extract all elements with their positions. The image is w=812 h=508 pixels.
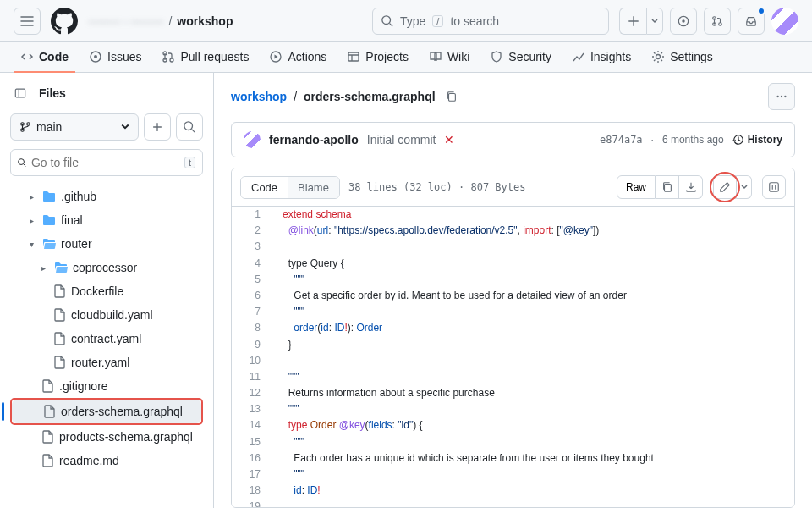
tree-folder[interactable]: ▸.github — [10, 185, 203, 208]
line-number: 6 — [232, 288, 274, 304]
tab-wiki[interactable]: Wiki — [422, 42, 476, 73]
tab-projects[interactable]: Projects — [340, 42, 415, 73]
code-line[interactable]: 13 """ — [232, 401, 794, 417]
copy-raw-button[interactable] — [656, 175, 679, 199]
path-filename: orders-schema.graphql — [304, 90, 436, 103]
code-tab[interactable]: Code — [241, 177, 288, 198]
commit-author-link[interactable]: fernando-apollo — [269, 133, 359, 146]
shield-icon — [490, 50, 503, 64]
code-line[interactable]: 15 """ — [232, 434, 794, 450]
code-line[interactable]: 6 Get a specific order by id. Meant to b… — [232, 288, 794, 304]
raw-button[interactable]: Raw — [617, 175, 656, 199]
code-line[interactable]: 8 order(id: ID!): Order — [232, 320, 794, 336]
tree-file[interactable]: contract.yaml — [10, 327, 203, 351]
code-blame-switch: Code Blame — [240, 176, 340, 199]
tab-actions[interactable]: Actions — [262, 42, 333, 73]
code-icon — [20, 50, 34, 64]
symbols-button[interactable] — [762, 175, 786, 199]
code-line[interactable]: 3 — [232, 239, 794, 255]
svg-point-9 — [776, 96, 778, 97]
tree-file[interactable]: readme.md — [10, 449, 203, 472]
tree-file[interactable]: .gitignore — [10, 374, 203, 398]
more-options-button[interactable] — [768, 83, 795, 110]
pr-icon — [162, 50, 175, 64]
tree-file[interactable]: Dockerfile — [10, 279, 203, 303]
search-files-button[interactable] — [176, 113, 203, 141]
code-line[interactable]: 12 Returns information about a specific … — [232, 385, 794, 401]
code-line[interactable]: 16 Each order has a unique id which is s… — [232, 450, 794, 467]
line-number: 12 — [232, 385, 274, 401]
issues-button[interactable] — [670, 8, 697, 35]
line-number: 11 — [232, 369, 274, 385]
tab-code[interactable]: Code — [14, 42, 75, 73]
code-line[interactable]: 19 — [232, 499, 794, 507]
user-avatar[interactable] — [771, 8, 798, 35]
svg-rect-13 — [770, 183, 779, 192]
edit-file-button[interactable] — [713, 175, 737, 199]
code-line[interactable]: 17 """ — [232, 467, 794, 483]
plus-icon — [628, 15, 639, 27]
commit-message[interactable]: Initial commit — [367, 133, 436, 146]
line-number: 10 — [232, 353, 274, 369]
tree-folder[interactable]: ▸final — [10, 208, 203, 232]
file-icon — [42, 430, 54, 444]
branch-selector[interactable]: main — [10, 113, 139, 141]
code-line[interactable]: 1extend schema — [232, 207, 794, 223]
code-view[interactable]: 1extend schema2 @link(url: "https://spec… — [232, 207, 794, 507]
tab-pull-requests[interactable]: Pull requests — [155, 42, 255, 73]
search-icon — [184, 121, 195, 133]
hamburger-button[interactable] — [14, 8, 41, 35]
owner-link[interactable]: ·········· · ·········· — [88, 14, 163, 28]
play-icon — [269, 50, 283, 64]
code-line[interactable]: 9 } — [232, 337, 794, 353]
tree-file[interactable]: orders-schema.graphql — [12, 400, 201, 423]
svg-rect-5 — [348, 52, 359, 61]
code-line[interactable]: 4 type Query { — [232, 256, 794, 272]
tree-file[interactable]: products-schema.graphql — [10, 425, 203, 449]
github-logo[interactable] — [51, 8, 78, 35]
code-line[interactable]: 11 """ — [232, 369, 794, 385]
tree-folder[interactable]: ▾router — [10, 232, 203, 256]
tab-insights[interactable]: Insights — [565, 42, 638, 73]
tab-security[interactable]: Security — [483, 42, 558, 73]
line-number: 18 — [232, 483, 274, 499]
folder-icon — [42, 190, 56, 202]
go-to-file[interactable]: t — [10, 149, 203, 176]
folder-open-icon — [42, 238, 56, 250]
code-line[interactable]: 5 """ — [232, 272, 794, 288]
add-file-button[interactable] — [144, 113, 171, 141]
global-search[interactable]: Type / to search — [372, 8, 609, 35]
pull-requests-button[interactable] — [704, 8, 731, 35]
copy-path-button[interactable] — [442, 87, 461, 106]
code-box: Code Blame 38 lines (32 loc) · 807 Bytes… — [231, 168, 795, 508]
svg-rect-8 — [448, 94, 455, 102]
tree-file[interactable]: cloudbuild.yaml — [10, 303, 203, 327]
commit-author-avatar[interactable] — [244, 131, 261, 148]
code-line[interactable]: 7 """ — [232, 304, 794, 320]
go-to-file-input[interactable] — [31, 156, 179, 169]
code-line[interactable]: 18 id: ID! — [232, 483, 794, 499]
tree-folder[interactable]: ▸coprocessor — [10, 256, 203, 279]
inbox-button[interactable] — [738, 8, 765, 35]
code-line[interactable]: 10 — [232, 353, 794, 369]
caret-down-icon — [121, 123, 129, 131]
tree-file[interactable]: router.yaml — [10, 351, 203, 374]
sidebar-collapse-button[interactable] — [10, 83, 30, 103]
code-line[interactable]: 2 @link(url: "https://specs.apollo.dev/f… — [232, 223, 794, 239]
issue-icon — [678, 15, 689, 27]
search-kbd: / — [432, 15, 443, 27]
repo-link[interactable]: workshop — [177, 14, 233, 28]
commit-status-icon[interactable]: ✕ — [444, 133, 454, 146]
file-icon — [42, 454, 54, 467]
tab-issues[interactable]: Issues — [82, 42, 148, 73]
svg-point-3 — [94, 55, 97, 58]
create-new-button[interactable] — [619, 8, 663, 35]
edit-dropdown-button[interactable] — [737, 175, 752, 199]
tab-settings[interactable]: Settings — [645, 42, 720, 73]
blame-tab[interactable]: Blame — [288, 177, 339, 198]
path-repo-link[interactable]: workshop — [231, 90, 287, 103]
commit-sha[interactable]: e874a7a — [600, 134, 643, 146]
download-button[interactable] — [679, 175, 703, 199]
code-line[interactable]: 14 type Order @key(fields: "id") { — [232, 417, 794, 433]
history-link[interactable]: History — [732, 134, 782, 146]
